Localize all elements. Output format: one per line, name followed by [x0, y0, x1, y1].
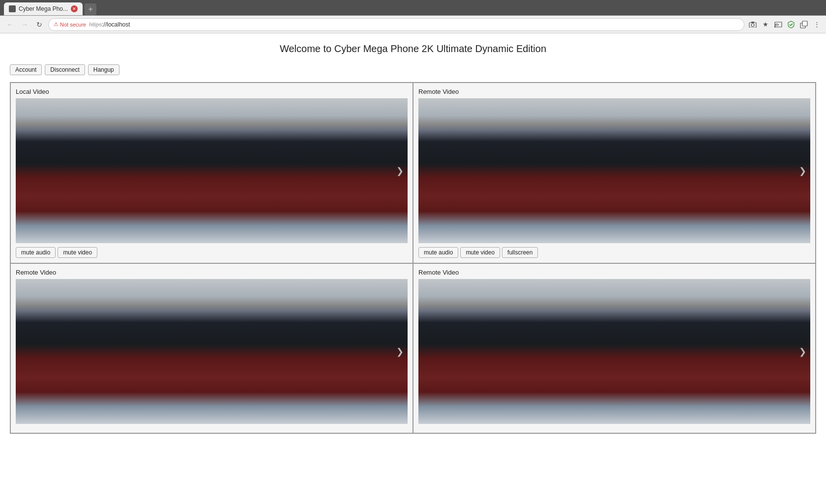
menu-icon[interactable]: ⋮ — [811, 19, 822, 30]
tab-favicon — [9, 5, 16, 12]
remote-video-controls-1: mute audio mute video fullscreen — [418, 247, 810, 258]
warning-icon: ⚠ — [54, 21, 59, 28]
back-button[interactable]: ← — [4, 19, 16, 30]
page-title: Welcome to Cyber Mega Phone 2K Ultimate … — [10, 43, 816, 55]
remote-video-container-2: ❯ — [16, 279, 408, 424]
extension-icon[interactable] — [798, 19, 809, 30]
remote-video-container-1: ❯ — [418, 98, 810, 243]
chevron-right-icon-4: ❯ — [799, 346, 806, 357]
camera-icon[interactable] — [747, 19, 758, 30]
new-tab-button[interactable]: + — [85, 3, 96, 15]
svg-point-5 — [774, 26, 776, 28]
local-video-label: Local Video — [16, 88, 408, 95]
remote-fullscreen-button-1[interactable]: fullscreen — [502, 247, 538, 258]
remote-video-label-2: Remote Video — [16, 269, 408, 276]
chevron-right-icon: ❯ — [396, 166, 404, 176]
svg-rect-7 — [802, 21, 807, 26]
local-video-feed — [16, 98, 408, 243]
remote-video-feed-1 — [418, 98, 810, 243]
nav-bar: ← → ↻ ⚠ Not secure https://localhost ★ ⋮ — [0, 16, 826, 33]
remote-video-container-3: ❯ — [418, 279, 810, 424]
local-mute-video-button[interactable]: mute video — [58, 247, 97, 258]
forward-button[interactable]: → — [19, 19, 30, 30]
hangup-button[interactable]: Hangup — [88, 64, 119, 75]
tab-close-button[interactable]: ✕ — [71, 5, 78, 12]
disconnect-button[interactable]: Disconnect — [45, 64, 85, 75]
tab-title: Cyber Mega Pho... — [19, 5, 68, 12]
not-secure-badge: ⚠ Not secure — [54, 21, 86, 28]
remote-video-label-3: Remote Video — [418, 269, 810, 276]
video-grid: Local Video ❯ mute audio mute video Remo… — [10, 82, 816, 434]
page-content: Welcome to Cyber Mega Phone 2K Ultimate … — [0, 33, 826, 504]
toolbar: Account Disconnect Hangup — [10, 64, 816, 75]
video-panel-remote-1: Remote Video ❯ mute audio mute video ful… — [413, 83, 816, 263]
tab-bar: Cyber Mega Pho... ✕ + — [0, 0, 826, 16]
remote-video-feed-3 — [418, 279, 810, 424]
local-video-container: ❯ — [16, 98, 408, 243]
chevron-right-icon-3: ❯ — [396, 346, 404, 357]
remote-mute-video-button-1[interactable]: mute video — [460, 247, 500, 258]
video-panel-remote-2: Remote Video ❯ — [10, 263, 413, 433]
account-button[interactable]: Account — [10, 64, 42, 75]
address-bar[interactable]: ⚠ Not secure https://localhost — [48, 18, 744, 31]
local-mute-audio-button[interactable]: mute audio — [16, 247, 56, 258]
svg-rect-3 — [751, 22, 754, 23]
remote-video-feed-2 — [16, 279, 408, 424]
reload-button[interactable]: ↻ — [33, 19, 45, 30]
nav-icons-right: ★ ⋮ — [747, 19, 822, 30]
svg-point-2 — [751, 24, 754, 27]
cast-icon[interactable] — [773, 19, 784, 30]
video-panel-remote-3: Remote Video ❯ — [413, 263, 816, 433]
svg-rect-0 — [10, 6, 15, 11]
remote-mute-audio-button-1[interactable]: mute audio — [418, 247, 458, 258]
video-panel-local: Local Video ❯ mute audio mute video — [10, 83, 413, 263]
shield-icon[interactable] — [786, 19, 796, 30]
active-tab[interactable]: Cyber Mega Pho... ✕ — [4, 2, 83, 15]
chevron-right-icon-2: ❯ — [799, 166, 806, 176]
bookmark-icon[interactable]: ★ — [760, 19, 771, 30]
remote-video-label-1: Remote Video — [418, 88, 810, 95]
address-text: https://localhost — [89, 21, 130, 28]
local-video-controls: mute audio mute video — [16, 247, 408, 258]
